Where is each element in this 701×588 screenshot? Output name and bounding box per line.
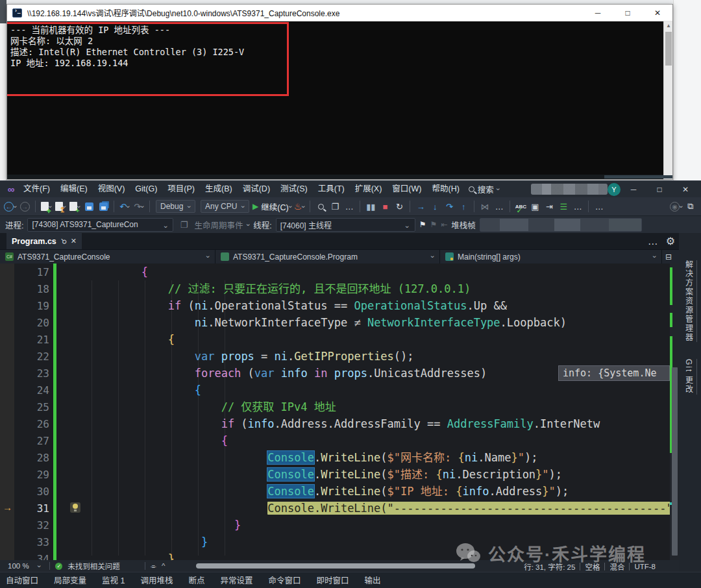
diagram-tool-icon[interactable]: ⋈ <box>478 199 491 214</box>
live-share-button[interactable]: ◉› <box>670 199 683 214</box>
breakpoint-margin[interactable] <box>0 297 14 314</box>
code-line-17[interactable]: 17 { <box>0 263 679 280</box>
side-tab[interactable]: Git 更改 <box>683 359 697 395</box>
breakpoint-margin[interactable] <box>0 331 14 348</box>
breakpoint-margin[interactable] <box>0 382 14 398</box>
vs-maximize-button[interactable]: □ <box>646 181 672 197</box>
panel-tab[interactable]: 调用堆栈 <box>140 572 173 588</box>
panel-tab[interactable]: 断点 <box>188 572 205 588</box>
code-line-24[interactable]: 24 { <box>0 382 679 398</box>
menu-item[interactable]: 编辑(E) <box>55 181 93 197</box>
editor-vertical-scrollbar[interactable] <box>670 263 679 560</box>
split-window-icon[interactable]: ⊟ <box>662 250 675 263</box>
account-avatar[interactable]: Y <box>608 183 621 196</box>
menu-item[interactable]: 扩展(X) <box>350 181 387 197</box>
spell-check-button[interactable]: ABC <box>514 199 527 214</box>
gear-icon[interactable]: ⚙ <box>666 235 675 247</box>
breakpoint-margin[interactable] <box>0 280 14 297</box>
console-hscroll-thumb[interactable] <box>604 175 672 178</box>
menu-item[interactable]: 视图(V) <box>93 181 130 197</box>
process-dropdown[interactable]: [74308] ATS9371_CaptureCon› <box>27 218 173 232</box>
quick-actions-lightbulb-icon[interactable] <box>70 502 80 513</box>
comment-button[interactable]: ▣ <box>528 199 541 214</box>
code-line-27[interactable]: 27 { <box>0 432 679 449</box>
console-vertical-scrollbar[interactable]: ▲ <box>663 21 672 179</box>
console-output-area[interactable]: --- 当前机器有效的 IP 地址列表 ---网卡名称: 以太网 2描述: In… <box>7 21 672 179</box>
panel-tab[interactable]: 命令窗口 <box>268 572 302 588</box>
code-line-23[interactable]: 23 foreach (var info in props.UnicastAdd… <box>0 365 679 382</box>
more-toolbar-icon[interactable]: … <box>593 199 606 214</box>
code-line-28[interactable]: 28 Console.WriteLine($"网卡名称: {ni.Name}")… <box>0 449 679 466</box>
navigate-forward-button[interactable]: → <box>18 199 31 214</box>
vs-minimize-button[interactable]: ─ <box>621 181 646 197</box>
panel-tab[interactable]: 异常设置 <box>220 572 254 588</box>
code-line-19[interactable]: 19 if (ni.OperationalStatus == Operation… <box>0 297 679 314</box>
editor-scroll-thumb[interactable] <box>672 367 678 556</box>
indent-button[interactable]: ⇥ <box>543 199 556 214</box>
code-line-21[interactable]: 21 { <box>0 331 679 348</box>
console-scroll-thumb[interactable] <box>665 32 672 66</box>
solution-platform-dropdown[interactable]: Any CPU› <box>201 200 249 213</box>
break-all-button[interactable]: ▮▮ <box>364 199 377 214</box>
line-list-button[interactable]: ☰ <box>557 199 570 214</box>
console-titlebar[interactable]: \\192.168.19.144\vs调试\程序调试\Debug\net10.0… <box>7 5 672 21</box>
debugger-datatip[interactable]: info: {System.Ne <box>558 365 670 381</box>
stack-frame-dropdown-blurred[interactable] <box>480 218 642 232</box>
new-project-button[interactable]: › <box>40 199 53 214</box>
code-editor[interactable]: 17 {18 // 过滤: 只要正在运行的, 且不是回环地址 (127.0.0.… <box>0 263 679 560</box>
continue-debug-button[interactable]: ▶继续(C)› <box>252 199 291 214</box>
panel-tab[interactable]: 即时窗口 <box>316 572 350 588</box>
breakpoint-margin[interactable] <box>0 483 14 500</box>
expand-icon[interactable]: ^ <box>162 562 165 570</box>
flag-icon[interactable]: ⚑ <box>419 220 426 229</box>
code-line-29[interactable]: 29 Console.WriteLine($"描述: {ni.Descripti… <box>0 466 679 483</box>
breakpoint-margin[interactable] <box>0 415 14 432</box>
navigate-back-button[interactable]: ←› <box>4 199 17 214</box>
code-line-31[interactable]: →31 Console.WriteLine("-----------------… <box>0 500 679 517</box>
menu-item[interactable]: 工具(T) <box>313 181 350 197</box>
menu-item[interactable]: 测试(S) <box>275 181 313 197</box>
flag-filtered-icon[interactable]: ⚑ <box>430 220 437 229</box>
redo-button[interactable]: ↷› <box>132 199 145 214</box>
stop-debugging-button[interactable]: ■ <box>378 199 391 214</box>
console-close-button[interactable]: ✕ <box>643 5 672 21</box>
breakpoint-margin[interactable] <box>0 432 14 449</box>
solution-configuration-dropdown[interactable]: Debug› <box>156 200 195 213</box>
undo-button[interactable]: ↶› <box>118 199 131 214</box>
breakpoint-margin[interactable] <box>0 533 14 550</box>
zoom-control[interactable]: 100 % › <box>4 562 44 570</box>
breakpoint-margin[interactable] <box>0 517 14 533</box>
encoding-indicator[interactable]: UTF-8 <box>634 563 656 570</box>
tab-program-cs[interactable]: Program.cs ⚲ ✕ <box>6 233 82 249</box>
console-horizontal-scrollbar[interactable] <box>7 175 663 179</box>
menu-item[interactable]: 项目(P) <box>162 181 200 197</box>
step-into-button[interactable]: ↓ <box>428 199 441 214</box>
breakpoint-margin[interactable] <box>0 348 14 365</box>
restart-button[interactable]: ↻ <box>393 199 406 214</box>
step-out-button[interactable]: ↑ <box>457 199 470 214</box>
panel-tab[interactable]: 输出 <box>364 572 382 588</box>
menu-item[interactable]: 窗口(W) <box>387 181 426 197</box>
spaces-indicator[interactable]: 空格 <box>585 561 600 572</box>
tab-overflow-icon[interactable]: … <box>648 236 658 247</box>
code-line-32[interactable]: 32 } <box>0 517 679 533</box>
panel-tab[interactable]: 自动窗口 <box>5 572 39 588</box>
breakpoint-margin[interactable] <box>0 314 14 331</box>
menu-item[interactable]: Git(G) <box>130 181 162 197</box>
breakpoint-margin[interactable] <box>0 466 14 483</box>
scroll-up-arrow-icon[interactable]: ▲ <box>666 23 671 29</box>
code-line-25[interactable]: 25 // 仅获取 IPv4 地址 <box>0 398 679 415</box>
console-maximize-button[interactable]: □ <box>613 5 643 21</box>
threads-nav-icon[interactable]: ⇤ <box>441 220 447 229</box>
edit-overflow-icon[interactable]: … <box>571 199 584 214</box>
feedback-button[interactable]: ⧉ <box>684 199 697 214</box>
code-line-22[interactable]: 22 var props = ni.GetIPProperties(); <box>0 348 679 365</box>
code-line-18[interactable]: 18 // 过滤: 只要正在运行的, 且不是回环地址 (127.0.0.1) <box>0 280 679 297</box>
menu-item[interactable]: 帮助(H) <box>426 181 464 197</box>
breakpoint-margin[interactable] <box>0 263 14 280</box>
menu-item[interactable]: 调试(D) <box>238 181 275 197</box>
code-line-30[interactable]: 30 Console.WriteLine($"IP 地址: {info.Addr… <box>0 483 679 500</box>
vs-close-button[interactable]: ✕ <box>672 181 698 197</box>
toolbar-overflow-icon[interactable]: … <box>343 199 356 214</box>
breakpoint-margin[interactable] <box>0 398 14 415</box>
